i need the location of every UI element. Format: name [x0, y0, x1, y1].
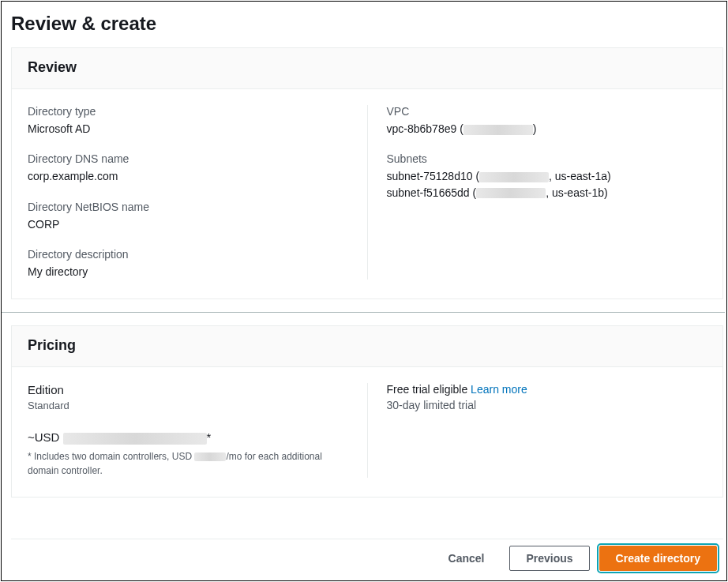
edition-field: Edition Standard	[28, 383, 348, 411]
price-suffix: *	[207, 430, 212, 444]
dns-name-value: corp.example.com	[28, 168, 348, 184]
subnet-1-suffix: , us-east-1a)	[549, 170, 611, 182]
directory-type-field: Directory type Microsoft AD	[28, 105, 348, 137]
review-body: Directory type Microsoft AD Directory DN…	[12, 89, 722, 299]
description-label: Directory description	[28, 248, 348, 261]
subnet-1-prefix: subnet-75128d10 (	[387, 170, 480, 182]
subnet-1-name-redacted	[479, 172, 549, 182]
edition-label: Edition	[28, 383, 348, 396]
review-right-col: VPC vpc-8b6b78e9 () Subnets subnet-75128…	[368, 105, 707, 280]
vpc-id-prefix: vpc-8b6b78e9 (	[387, 122, 463, 135]
dns-name-label: Directory DNS name	[28, 152, 348, 165]
cancel-button[interactable]: Cancel	[433, 546, 501, 570]
description-field: Directory description My directory	[28, 248, 348, 280]
netbios-name-field: Directory NetBIOS name CORP	[28, 201, 348, 232]
pricing-panel: Pricing Edition Standard ~USD * * Includ…	[11, 325, 723, 498]
price-redacted	[63, 433, 207, 445]
price-prefix: ~USD	[28, 430, 63, 444]
trial-subtext: 30-day limited trial	[387, 399, 707, 411]
vpc-label: VPC	[387, 105, 707, 118]
pricing-right-col: Free trial eligible Learn more 30-day li…	[368, 383, 707, 478]
review-left-col: Directory type Microsoft AD Directory DN…	[28, 105, 368, 280]
previous-button[interactable]: Previous	[509, 546, 589, 571]
edition-value: Standard	[28, 400, 348, 411]
netbios-name-label: Directory NetBIOS name	[28, 201, 348, 213]
vpc-id-suffix: )	[533, 122, 537, 135]
create-directory-button[interactable]: Create directory	[599, 546, 717, 571]
footnote-prefix: * Includes two domain controllers, USD	[28, 451, 194, 462]
actions-bar: Cancel Previous Create directory	[11, 539, 723, 571]
netbios-name-value: CORP	[28, 216, 348, 232]
vpc-field: VPC vpc-8b6b78e9 ()	[387, 105, 707, 137]
price-footnote: * Includes two domain controllers, USD /…	[28, 449, 328, 478]
subnets-label: Subnets	[387, 152, 707, 165]
subnets-field: Subnets subnet-75128d10 (, us-east-1a) s…	[387, 152, 707, 201]
description-value: My directory	[28, 264, 348, 280]
page-title: Review & create	[11, 11, 723, 47]
subnet-1-value: subnet-75128d10 (, us-east-1a)	[387, 168, 707, 184]
learn-more-link[interactable]: Learn more	[471, 383, 527, 396]
pricing-heading: Pricing	[12, 326, 722, 367]
free-trial-line: Free trial eligible Learn more	[387, 383, 707, 396]
directory-type-value: Microsoft AD	[28, 121, 348, 137]
pricing-left-col: Edition Standard ~USD * * Includes two d…	[28, 383, 368, 478]
vpc-name-redacted	[463, 125, 533, 135]
subnet-2-suffix: , us-east-1b)	[546, 186, 608, 199]
directory-type-label: Directory type	[28, 105, 348, 118]
free-trial-text: Free trial eligible	[387, 383, 471, 396]
review-panel: Review Directory type Microsoft AD Direc…	[11, 47, 723, 299]
page-container: Review & create Review Directory type Mi…	[1, 1, 727, 581]
footnote-price-redacted	[194, 452, 226, 461]
dns-name-field: Directory DNS name corp.example.com	[28, 152, 348, 184]
vpc-value: vpc-8b6b78e9 ()	[387, 121, 707, 137]
subnet-2-value: subnet-f51665dd (, us-east-1b)	[387, 185, 707, 201]
review-heading: Review	[12, 48, 722, 89]
pricing-body: Edition Standard ~USD * * Includes two d…	[12, 367, 722, 497]
subnet-2-name-redacted	[476, 188, 546, 198]
subnet-2-prefix: subnet-f51665dd (	[387, 186, 477, 199]
section-divider	[2, 312, 725, 313]
price-line: ~USD *	[28, 430, 348, 445]
